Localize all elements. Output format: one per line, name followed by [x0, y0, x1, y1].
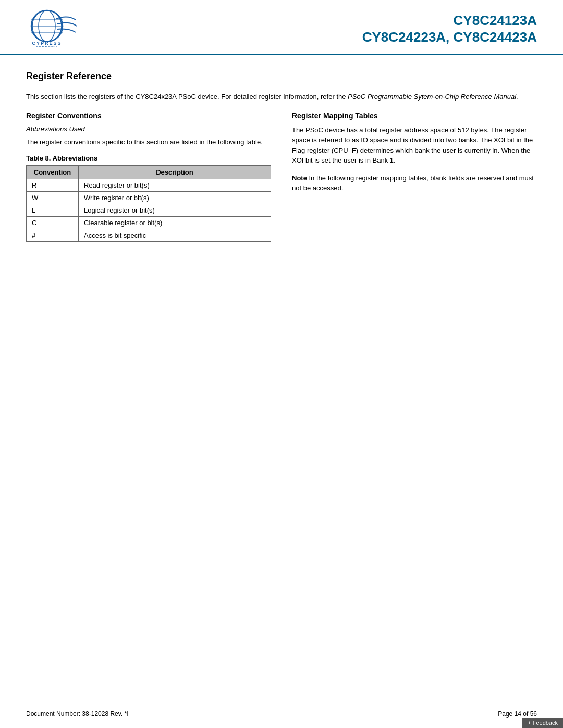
right-column: Register Mapping Tables The PSoC device …: [292, 112, 537, 242]
description-cell: Write register or bit(s): [79, 192, 271, 204]
convention-cell: L: [27, 204, 79, 217]
register-mapping-title: Register Mapping Tables: [292, 112, 537, 120]
description-cell: Logical register or bit(s): [79, 204, 271, 217]
left-column: Register Conventions Abbreviations Used …: [26, 112, 271, 242]
logo-area: CYPRESS PERFORM: [26, 9, 78, 48]
abbreviations-table: Convention Description RRead register or…: [26, 165, 271, 242]
table-caption: Table 8. Abbreviations: [26, 154, 271, 162]
feedback-button[interactable]: + Feedback: [522, 718, 563, 728]
svg-text:CYPRESS: CYPRESS: [32, 41, 62, 46]
intro-text-period: .: [516, 93, 518, 101]
svg-text:PERFORM: PERFORM: [36, 46, 58, 47]
page-info: Page 14 of 56: [498, 710, 537, 718]
register-conventions-title: Register Conventions: [26, 112, 271, 120]
doc-number: Document Number: 38-12028 Rev. *I: [26, 710, 129, 718]
description-cell: Read register or bit(s): [79, 179, 271, 192]
convention-cell: W: [27, 192, 79, 204]
header-title-line2: CY8C24223A, CY8C24423A: [362, 29, 537, 45]
two-column-layout: Register Conventions Abbreviations Used …: [26, 112, 537, 242]
table-row: LLogical register or bit(s): [27, 204, 271, 217]
convention-cell: R: [27, 179, 79, 192]
note-block: Note In the following register mapping t…: [292, 173, 537, 193]
intro-italic: PSoC Programmable Sytem-on-Chip Referenc…: [348, 93, 516, 101]
intro-text-before-italic: This section lists the registers of the …: [26, 93, 348, 101]
table-row: #Access is bit specific: [27, 229, 271, 242]
convention-cell: #: [27, 229, 79, 242]
page: CYPRESS PERFORM CY8C24123A CY8C24223A, C…: [0, 0, 563, 728]
header: CYPRESS PERFORM CY8C24123A CY8C24223A, C…: [0, 0, 563, 55]
main-content: Register Reference This section lists th…: [0, 55, 563, 273]
note-text: In the following register mapping tables…: [292, 174, 534, 192]
note-label: Note: [292, 174, 307, 182]
description-cell: Access is bit specific: [79, 229, 271, 242]
footer: Document Number: 38-12028 Rev. *I Page 1…: [26, 710, 537, 718]
header-title: CY8C24123A CY8C24223A, CY8C24423A: [362, 13, 537, 45]
col-header-description: Description: [79, 166, 271, 179]
table-row: CClearable register or bit(s): [27, 217, 271, 229]
abbreviations-used-label: Abbreviations Used: [26, 125, 271, 133]
table-row: RRead register or bit(s): [27, 179, 271, 192]
table-header-row: Convention Description: [27, 166, 271, 179]
register-mapping-intro: The PSoC device has a total register add…: [292, 125, 537, 166]
table-row: WWrite register or bit(s): [27, 192, 271, 204]
description-cell: Clearable register or bit(s): [79, 217, 271, 229]
intro-paragraph: This section lists the registers of the …: [26, 92, 537, 102]
col-header-convention: Convention: [27, 166, 79, 179]
table-body: RRead register or bit(s)WWrite register …: [27, 179, 271, 242]
convention-cell: C: [27, 217, 79, 229]
header-title-line1: CY8C24123A: [362, 13, 537, 29]
page-title: Register Reference: [26, 71, 537, 84]
cypress-logo: CYPRESS PERFORM: [26, 9, 78, 48]
conventions-text: The register conventions specific to thi…: [26, 137, 271, 147]
